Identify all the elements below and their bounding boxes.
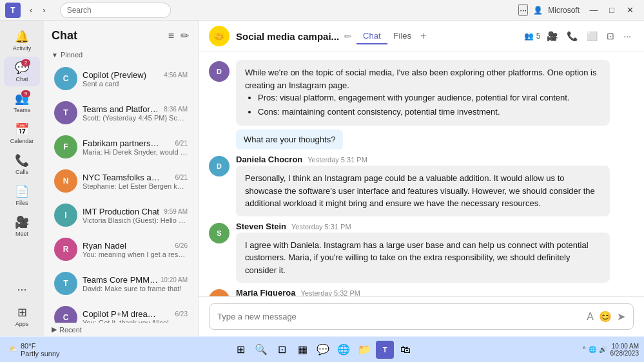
widgets-button[interactable]: ▦ <box>293 341 311 359</box>
clock-time: 10:00 AM <box>610 343 639 350</box>
more-button[interactable]: ··· <box>518 4 528 16</box>
sidebar-item-files[interactable]: 📄 Files <box>4 180 40 210</box>
taskbar-store[interactable]: 🛍 <box>396 341 415 359</box>
chat-icon: 💬 2 <box>15 61 29 75</box>
task-view-button[interactable]: ⊡ <box>273 341 291 359</box>
taskbar: ⛅ 80°F Partly sunny ⊞ 🔍 ⊡ ▦ 💬 🌐 📁 T 🛍 ^ … <box>0 336 644 362</box>
close-button[interactable]: ✕ <box>621 3 639 17</box>
back-button[interactable]: ‹ <box>26 4 36 16</box>
list-item[interactable]: N NYC Teamsfolks and Alli... 6/21 Stepha… <box>46 164 195 198</box>
expand-button[interactable]: ⊡ <box>604 28 617 44</box>
message-author: Daniela Chocron <box>236 155 302 164</box>
chat-label: Chat <box>15 76 28 82</box>
sidebar-item-more[interactable]: ··· <box>4 279 40 300</box>
maximize-button[interactable]: □ <box>603 3 621 17</box>
chat-name: Copilot P+M dream team <box>83 309 160 319</box>
chat-info: Teams and Platform ... 8:36 AM Scott: (Y… <box>83 104 188 122</box>
start-button[interactable]: ⊞ <box>231 341 249 359</box>
chat-name-row: Fabrikam partnership co... 6/21 <box>83 138 188 148</box>
avatar: C <box>54 306 77 323</box>
message-header: Steven Stein Yesterday 5:31 PM <box>236 222 634 231</box>
chat-name: Ryan Nadel <box>83 241 126 251</box>
list-item[interactable]: C Copilot (Preview) 4:56 AM Sent a card <box>46 62 195 95</box>
chat-info: IMT Production Chat 9:59 AM Victoria Bla… <box>83 207 188 224</box>
taskbar-chat[interactable]: 💬 <box>314 341 332 359</box>
chat-name: Copilot (Preview) <box>83 70 146 80</box>
list-item[interactable]: I IMT Production Chat 9:59 AM Victoria B… <box>46 198 195 232</box>
message-bubble: I agree with Daniela. Instagram has a la… <box>236 233 610 283</box>
taskbar-search[interactable]: 🔍 <box>252 341 270 359</box>
chat-preview: Stephanie: Let Ester Bergen know ... <box>83 182 188 190</box>
list-item[interactable]: T Teams and Platform ... 8:36 AM Scott: … <box>46 96 195 129</box>
weather-desc: Partly sunny <box>21 350 60 357</box>
pinned-arrow: ▼ <box>52 52 58 59</box>
chat-time: 6/23 <box>175 310 188 318</box>
chat-header-name: Social media campai... <box>236 31 339 42</box>
sidebar-item-meet[interactable]: 🎥 Meet <box>4 211 40 241</box>
audio-call-button[interactable]: 📞 <box>564 28 580 44</box>
clock-widget[interactable]: 10:00 AM 6/28/2023 <box>610 343 639 357</box>
edit-name-button[interactable]: ✏ <box>344 32 351 41</box>
search-input[interactable] <box>60 3 171 18</box>
taskbar-explorer[interactable]: 📁 <box>355 341 373 359</box>
list-item[interactable]: R Ryan Nadel 6/26 You: meaning when I ge… <box>46 233 195 266</box>
compose-button[interactable]: ✏ <box>179 28 190 43</box>
add-tab-button[interactable]: + <box>418 30 429 42</box>
taskbar-edge[interactable]: 🌐 <box>335 341 353 359</box>
avatar: M <box>209 289 229 296</box>
tab-chat[interactable]: Chat <box>356 28 387 44</box>
message-text: I agree with Daniela. Instagram has a la… <box>245 240 589 275</box>
chat-info: Copilot (Preview) 4:56 AM Sent a card <box>83 70 188 88</box>
message-text: Personally, I think an Instagram page co… <box>245 173 595 208</box>
pinned-section[interactable]: ▼ Pinned <box>44 48 198 61</box>
chat-sidebar-actions: ≡ ✏ <box>167 28 190 43</box>
apps-icon: ⊞ <box>17 305 27 319</box>
chat-time: 4:56 AM <box>164 71 188 79</box>
list-item[interactable]: C Copilot P+M dream team 6/23 You: Got i… <box>46 301 195 323</box>
compose-area: A 😊 ➤ <box>199 296 644 336</box>
message-content: While we're on the topic of social media… <box>236 60 634 149</box>
pinned-label: Pinned <box>61 51 83 59</box>
message-time: Yesterday 5:32 PM <box>300 289 360 296</box>
chat-list: C Copilot (Preview) 4:56 AM Sent a card … <box>44 61 198 323</box>
meet-label: Meet <box>15 231 28 237</box>
list-item[interactable]: F Fabrikam partnership co... 6/21 Maria:… <box>46 130 195 164</box>
share-screen-button[interactable]: ⬜ <box>584 28 600 44</box>
recent-arrow: ▶ <box>52 325 57 334</box>
weather-temp: 80°F <box>21 342 60 350</box>
send-button[interactable]: ➤ <box>617 310 625 323</box>
message-group: M Maria Figueroa Yesterday 5:32 PM Thank… <box>209 288 634 296</box>
chat-name-row: IMT Production Chat 9:59 AM <box>83 207 188 216</box>
apps-label: Apps <box>15 321 29 327</box>
chat-info: NYC Teamsfolks and Alli... 6/21 Stephani… <box>83 173 188 190</box>
message-text: While we're on the topic of social media… <box>245 68 596 90</box>
sound-icon[interactable]: 🔊 <box>599 346 607 353</box>
sidebar-item-calendar[interactable]: 📅 Calendar <box>4 119 40 148</box>
message-input[interactable] <box>217 312 581 321</box>
sidebar-item-chat[interactable]: 💬 2 Chat <box>4 57 40 86</box>
emoji-button[interactable]: 😊 <box>599 310 612 323</box>
more-actions-button[interactable]: ··· <box>621 28 634 44</box>
calendar-label: Calendar <box>10 138 34 144</box>
sidebar-item-apps[interactable]: ⊞ Apps <box>4 301 40 331</box>
sidebar-item-teams[interactable]: 👥 9 Teams <box>4 88 40 117</box>
chat-preview: Victoria Blasich (Guest): Hello team... <box>83 216 188 224</box>
filter-button[interactable]: ≡ <box>167 28 175 43</box>
recent-section[interactable]: ▶ Recent <box>44 323 198 336</box>
minimize-button[interactable]: — <box>585 3 603 17</box>
compose-box: A 😊 ➤ <box>209 303 634 330</box>
video-call-button[interactable]: 🎥 <box>544 28 560 44</box>
sidebar-item-activity[interactable]: 🔔 Activity <box>4 26 40 55</box>
tray-arrow[interactable]: ^ <box>583 346 586 353</box>
chat-name-row: Copilot (Preview) 4:56 AM <box>83 70 188 80</box>
network-icon[interactable]: 🌐 <box>589 346 596 353</box>
sidebar-item-calls[interactable]: 📞 Calls <box>4 149 40 179</box>
forward-button[interactable]: › <box>39 4 49 16</box>
list-item[interactable]: T Teams Core PMM te... 10:20 AM David: M… <box>46 267 195 300</box>
taskbar-teams[interactable]: T <box>376 341 394 359</box>
format-text-button[interactable]: A <box>587 311 594 323</box>
tab-files[interactable]: Files <box>387 28 418 44</box>
avatar: S <box>209 223 229 243</box>
weather-widget[interactable]: ⛅ 80°F Partly sunny <box>5 342 64 357</box>
avatar: T <box>54 272 77 295</box>
